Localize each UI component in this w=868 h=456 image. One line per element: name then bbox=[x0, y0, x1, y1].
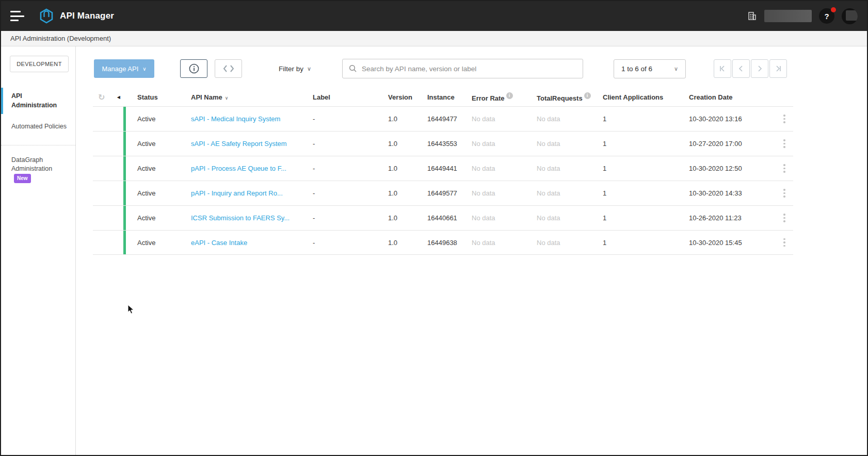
organization-name-redacted[interactable] bbox=[764, 10, 812, 22]
instance-cell: 16449577 bbox=[427, 189, 472, 197]
chevron-down-icon: ∨ bbox=[142, 66, 146, 72]
first-page-button[interactable] bbox=[714, 59, 731, 78]
refresh-icon[interactable]: ↺ bbox=[98, 92, 105, 102]
client-applications-cell: 1 bbox=[603, 165, 689, 172]
instance-cell: 16449441 bbox=[427, 165, 472, 172]
info-badge-icon[interactable]: i bbox=[506, 92, 513, 99]
table-row: Active pAPI - Process AE Queue to F... -… bbox=[93, 156, 793, 181]
previous-page-button[interactable] bbox=[732, 59, 750, 78]
error-rate-cell: No data bbox=[472, 140, 537, 148]
details-info-button[interactable] bbox=[180, 59, 207, 78]
version-cell: 1.0 bbox=[388, 214, 427, 222]
client-applications-cell: 1 bbox=[603, 214, 689, 222]
label-cell: - bbox=[313, 165, 388, 172]
code-icon bbox=[222, 64, 235, 73]
column-header-label[interactable]: Label bbox=[313, 93, 388, 101]
notification-dot bbox=[831, 7, 836, 12]
table-row: Active sAPI - AE Safety Report System - … bbox=[93, 131, 793, 156]
status-cell: Active bbox=[123, 165, 191, 172]
toolbar: Manage API ∨ Filter by ∨ bbox=[76, 59, 867, 78]
help-icon: ? bbox=[824, 12, 829, 21]
api-name-link[interactable]: sAPI - AE Safety Report System bbox=[191, 140, 313, 148]
anypoint-logo-icon[interactable] bbox=[39, 8, 54, 24]
app-title: API Manager bbox=[60, 11, 114, 21]
new-badge: New bbox=[14, 174, 31, 183]
help-button[interactable]: ? bbox=[819, 8, 834, 24]
status-cell: Active bbox=[123, 140, 191, 148]
column-header-version[interactable]: Version bbox=[388, 93, 427, 101]
client-applications-cell: 1 bbox=[603, 140, 689, 148]
chevron-down-icon: ∨ bbox=[307, 66, 311, 72]
row-actions-menu-icon[interactable] bbox=[780, 238, 789, 247]
breadcrumb: API Administration (Development) bbox=[1, 31, 867, 46]
creation-date-cell: 10-30-2020 13:16 bbox=[689, 115, 780, 123]
last-page-button[interactable] bbox=[769, 59, 787, 78]
row-actions-menu-icon[interactable] bbox=[780, 139, 789, 148]
status-indicator bbox=[123, 107, 126, 131]
creation-date-cell: 10-30-2020 12:50 bbox=[689, 165, 780, 172]
chevron-down-icon: ∨ bbox=[674, 66, 678, 72]
api-name-link[interactable]: pAPI - Inquiry and Report Ro... bbox=[191, 189, 313, 197]
row-actions-menu-icon[interactable] bbox=[780, 214, 789, 222]
label-cell: - bbox=[313, 115, 388, 123]
manage-api-button[interactable]: Manage API ∨ bbox=[94, 59, 154, 78]
code-view-button[interactable] bbox=[215, 59, 242, 78]
total-requests-cell: No data bbox=[537, 140, 603, 148]
total-requests-cell: No data bbox=[537, 214, 603, 222]
column-header-status[interactable]: Status bbox=[123, 93, 191, 101]
api-name-link[interactable]: ICSR Submission to FAERS Sy... bbox=[191, 214, 313, 222]
total-requests-cell: No data bbox=[537, 115, 603, 123]
client-applications-cell: 1 bbox=[603, 115, 689, 123]
api-table: ↺ ◀ Status API Name∨ Label Version Insta… bbox=[93, 88, 793, 255]
sidebar-item-automated-policies[interactable]: Automated Policies bbox=[1, 116, 75, 138]
api-name-link[interactable]: pAPI - Process AE Queue to F... bbox=[191, 165, 313, 172]
environment-selector[interactable]: DEVELOPMENT bbox=[10, 56, 69, 72]
instance-cell: 16449638 bbox=[427, 239, 472, 247]
version-cell: 1.0 bbox=[388, 239, 427, 247]
column-header-api-name[interactable]: API Name∨ bbox=[191, 93, 313, 101]
api-name-link[interactable]: eAPI - Case Intake bbox=[191, 239, 313, 247]
avatar-redaction bbox=[846, 10, 858, 21]
error-rate-cell: No data bbox=[472, 214, 537, 222]
error-rate-cell: No data bbox=[472, 239, 537, 247]
creation-date-cell: 10-27-2020 17:00 bbox=[689, 140, 780, 148]
client-applications-cell: 1 bbox=[603, 189, 689, 197]
error-rate-cell: No data bbox=[472, 189, 537, 197]
column-header-total-requests[interactable]: TotalRequestsi bbox=[537, 92, 603, 102]
sidebar-item-datagraph-administration[interactable]: DataGraph AdministrationNew bbox=[1, 150, 75, 190]
row-actions-menu-icon[interactable] bbox=[780, 115, 789, 123]
hamburger-menu-icon[interactable] bbox=[10, 11, 26, 21]
search-input[interactable] bbox=[362, 65, 576, 73]
info-badge-icon[interactable]: i bbox=[584, 92, 591, 99]
api-name-link[interactable]: sAPI - Medical Inquiry System bbox=[191, 115, 313, 123]
next-page-button[interactable] bbox=[751, 59, 768, 78]
instance-cell: 16440661 bbox=[427, 214, 472, 222]
collapse-column-icon[interactable]: ◀ bbox=[117, 95, 120, 100]
user-avatar[interactable] bbox=[842, 8, 858, 24]
breadcrumb-text: API Administration (Development) bbox=[10, 35, 111, 42]
app-header: API Manager ? bbox=[1, 1, 867, 31]
table-row: Active pAPI - Inquiry and Report Ro... -… bbox=[93, 181, 793, 205]
last-page-icon bbox=[775, 65, 782, 72]
sidebar-item-api-administration[interactable]: API Administration bbox=[1, 86, 75, 116]
total-requests-cell: No data bbox=[537, 239, 603, 247]
pagination-range-dropdown[interactable]: 1 to 6 of 6 ∨ bbox=[614, 59, 686, 78]
error-rate-cell: No data bbox=[472, 115, 537, 123]
column-header-client-applications[interactable]: Client Applications bbox=[603, 93, 689, 101]
column-header-creation-date[interactable]: Creation Date bbox=[689, 93, 780, 101]
version-cell: 1.0 bbox=[388, 165, 427, 172]
search-box bbox=[342, 59, 583, 78]
filter-by-dropdown[interactable]: Filter by ∨ bbox=[279, 65, 311, 73]
table-row: Active ICSR Submission to FAERS Sy... - … bbox=[93, 205, 793, 230]
status-indicator bbox=[123, 132, 126, 156]
creation-date-cell: 10-30-2020 15:45 bbox=[689, 239, 780, 247]
row-actions-menu-icon[interactable] bbox=[780, 164, 789, 173]
status-cell: Active bbox=[123, 115, 191, 123]
label-cell: - bbox=[313, 214, 388, 222]
status-indicator bbox=[123, 231, 126, 254]
column-header-instance[interactable]: Instance bbox=[427, 93, 472, 101]
instance-cell: 16449477 bbox=[427, 115, 472, 123]
row-actions-menu-icon[interactable] bbox=[780, 189, 789, 198]
column-header-error-rate[interactable]: Error Ratei bbox=[472, 92, 537, 102]
label-cell: - bbox=[313, 239, 388, 247]
